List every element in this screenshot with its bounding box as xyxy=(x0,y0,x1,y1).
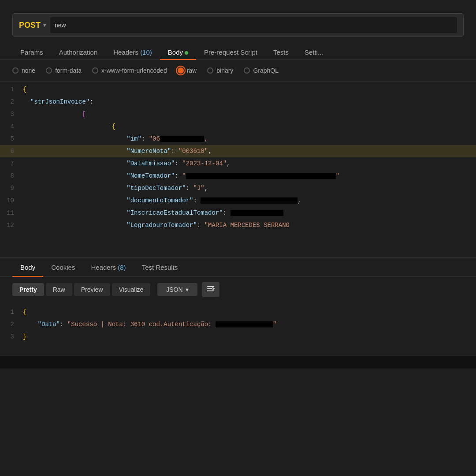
line-content-7: "DataEmissao": "2023-12-04", xyxy=(21,157,476,170)
format-label: JSON xyxy=(166,286,182,293)
body-type-url-encoded[interactable]: x-www-form-urlencoded xyxy=(92,67,167,74)
line-content-4: { xyxy=(21,120,476,133)
tab-pre-request[interactable]: Pre-request Script xyxy=(196,45,265,60)
code-line-12: 12 "LogradouroTomador": "MARIA MERCEDES … xyxy=(0,219,476,231)
view-btn-visualize[interactable]: Visualize xyxy=(112,283,151,296)
line-content-10: "documentoTomador": , xyxy=(21,194,476,207)
tab-pre-request-label: Pre-request Script xyxy=(204,48,257,56)
body-type-raw[interactable]: raw xyxy=(178,67,197,74)
resp-tab-cookies-label: Cookies xyxy=(51,264,75,271)
tab-params-label: Params xyxy=(20,48,43,56)
resp-line-content-3: } xyxy=(21,331,476,343)
response-code-lines: 1 { 2 "Data": "Sucesso | Nota: 3610 cod.… xyxy=(0,304,476,345)
resp-tab-headers[interactable]: Headers (8) xyxy=(83,258,134,276)
tab-settings[interactable]: Setti... xyxy=(297,45,331,60)
body-active-dot xyxy=(185,51,188,55)
resp-tab-test-results[interactable]: Test Results xyxy=(134,258,186,276)
method-label: POST xyxy=(19,21,41,30)
wrap-button[interactable] xyxy=(202,282,219,297)
resp-tab-body-label: Body xyxy=(20,264,35,271)
url-input[interactable] xyxy=(50,17,457,33)
body-type-none[interactable]: none xyxy=(12,67,35,74)
resp-line-content-1: { xyxy=(21,306,476,318)
line-content-5: "im": "06, xyxy=(21,133,476,145)
code-lines: 1 { 2 "strJsonInvoice": 3 [ 4 { 5 xyxy=(0,82,476,233)
code-line-8: 8 "NomeTomador": "" xyxy=(0,170,476,182)
method-selector[interactable]: POST ▾ xyxy=(19,21,46,30)
resp-headers-badge: (8) xyxy=(118,264,126,271)
code-line-6: 6 "NumeroNota": "003610", xyxy=(0,145,476,157)
tab-tests[interactable]: Tests xyxy=(265,45,297,60)
app-wrapper: POST ▾ Params Authorization Headers (10)… xyxy=(0,0,476,476)
line-content-6: "NumeroNota": "003610", xyxy=(21,145,476,157)
line-num-9: 9 xyxy=(0,182,21,194)
body-type-form-data[interactable]: form-data xyxy=(46,67,82,74)
body-type-url-encoded-label: x-www-form-urlencoded xyxy=(101,67,167,74)
resp-line-content-2: "Data": "Sucesso | Nota: 3610 cod.Autent… xyxy=(21,318,476,331)
bottom-bar xyxy=(0,355,476,368)
response-tabs: Body Cookies Headers (8) Test Results xyxy=(0,258,476,277)
line-num-1: 1 xyxy=(0,83,21,96)
code-line-7: 7 "DataEmissao": "2023-12-04", xyxy=(0,157,476,170)
line-content-2: "strJsonInvoice": xyxy=(21,96,476,108)
view-btn-pretty[interactable]: Pretty xyxy=(12,283,44,296)
view-btn-preview[interactable]: Preview xyxy=(74,283,110,296)
body-type-none-label: none xyxy=(22,67,35,74)
tab-authorization[interactable]: Authorization xyxy=(51,45,106,60)
line-content-12: "LogradouroTomador": "MARIA MERCEDES SER… xyxy=(21,219,476,231)
body-type-graphql[interactable]: GraphQL xyxy=(244,67,279,74)
response-view-bar: Pretty Raw Preview Visualize JSON ▾ xyxy=(0,277,476,302)
format-dropdown[interactable]: JSON ▾ xyxy=(157,283,197,296)
body-type-binary-label: binary xyxy=(216,67,233,74)
body-type-raw-label: raw xyxy=(187,67,197,74)
tab-headers[interactable]: Headers (10) xyxy=(105,45,160,60)
line-num-12: 12 xyxy=(0,219,21,231)
resp-line-3: 3 } xyxy=(0,331,476,343)
resp-tab-headers-label: Headers (8) xyxy=(91,264,126,271)
headers-badge: (10) xyxy=(140,48,152,56)
code-line-5: 5 "im": "06, xyxy=(0,133,476,145)
tab-tests-label: Tests xyxy=(273,48,289,56)
resp-tab-body[interactable]: Body xyxy=(12,258,43,276)
resp-line-2: 2 "Data": "Sucesso | Nota: 3610 cod.Aute… xyxy=(0,318,476,331)
resp-line-1: 1 { xyxy=(0,306,476,318)
line-num-11: 11 xyxy=(0,207,21,219)
code-editor[interactable]: 1 { 2 "strJsonInvoice": 3 [ 4 { 5 xyxy=(0,81,476,257)
format-chevron: ▾ xyxy=(186,286,189,293)
tab-body[interactable]: Body xyxy=(160,45,196,60)
code-line-11: 11 "InscricaoEstadualTomador": xyxy=(0,207,476,219)
tab-headers-label: Headers (10) xyxy=(113,48,152,56)
tab-params[interactable]: Params xyxy=(12,45,51,60)
resp-line-num-2: 2 xyxy=(0,318,21,331)
code-line-4: 4 { xyxy=(0,120,476,133)
line-num-2: 2 xyxy=(0,96,21,108)
view-btn-raw[interactable]: Raw xyxy=(46,283,72,296)
tab-authorization-label: Authorization xyxy=(59,48,98,56)
body-type-form-data-label: form-data xyxy=(55,67,82,74)
code-line-10: 10 "documentoTomador": , xyxy=(0,194,476,207)
tab-body-label: Body xyxy=(168,48,188,56)
resp-line-num-1: 1 xyxy=(0,306,21,318)
line-content-9: "tipoDocTomador": "J", xyxy=(21,182,476,194)
response-section: Body Cookies Headers (8) Test Results Pr… xyxy=(0,257,476,355)
tab-settings-label: Setti... xyxy=(305,48,324,56)
line-num-3: 3 xyxy=(0,108,21,120)
radio-graphql xyxy=(244,67,250,74)
code-line-9: 9 "tipoDocTomador": "J", xyxy=(0,182,476,194)
radio-raw xyxy=(178,67,184,74)
method-chevron: ▾ xyxy=(43,22,46,28)
resp-tab-test-results-label: Test Results xyxy=(142,264,178,271)
resp-tab-cookies[interactable]: Cookies xyxy=(43,258,83,276)
radio-binary xyxy=(207,67,213,74)
line-content-8: "NomeTomador": "" xyxy=(21,170,476,182)
line-num-6: 6 xyxy=(0,145,21,157)
line-num-4: 4 xyxy=(0,120,21,133)
code-line-3: 3 [ xyxy=(0,108,476,120)
body-type-binary[interactable]: binary xyxy=(207,67,233,74)
request-tabs: Params Authorization Headers (10) Body P… xyxy=(0,45,476,60)
line-content-3: [ xyxy=(21,108,476,120)
line-num-7: 7 xyxy=(0,157,21,170)
line-content-11: "InscricaoEstadualTomador": xyxy=(21,207,476,219)
line-num-5: 5 xyxy=(0,133,21,145)
body-type-graphql-label: GraphQL xyxy=(253,67,279,74)
